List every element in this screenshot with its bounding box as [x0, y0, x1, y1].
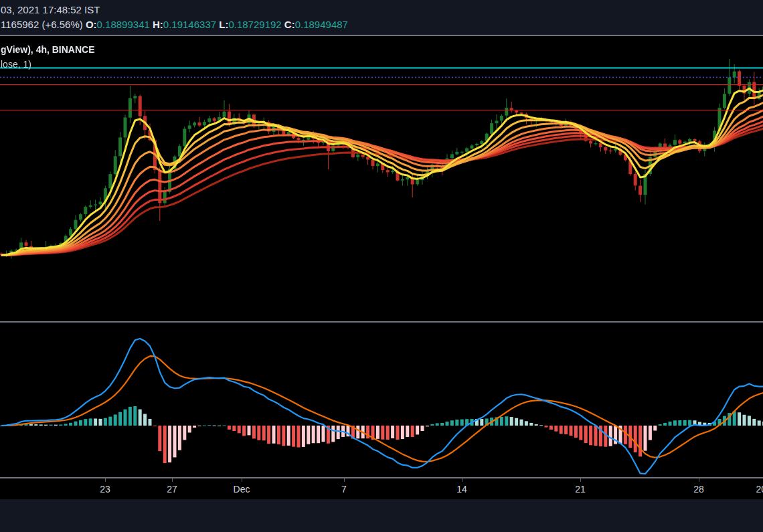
open-value: 0.18899341 [97, 19, 150, 30]
symbol-info-bar: 03, 2021 17:48:52 IST 1165962 (+6.56%) O… [0, 0, 763, 35]
time-axis-label: 27 [167, 484, 177, 495]
low-value: 0.18729192 [228, 19, 281, 30]
indicator-legend[interactable]: lose, 1) [1, 59, 31, 70]
time-axis-tick [699, 478, 699, 482]
time-axis-label: 23 [100, 484, 110, 495]
chart-datetime: 03, 2021 17:48:52 IST [1, 4, 100, 15]
time-axis-tick [172, 478, 173, 482]
tradingview-chart: 03, 2021 17:48:52 IST 1165962 (+6.56%) O… [0, 0, 763, 532]
main-price-pane[interactable] [0, 36, 763, 321]
time-axis-label: 2021 [756, 484, 763, 495]
time-axis-label: 14 [456, 484, 467, 495]
low-label: L: [219, 19, 228, 30]
time-axis-tick [105, 478, 106, 482]
time-axis-label: 7 [341, 484, 347, 495]
time-axis-label: 28 [693, 484, 704, 495]
symbol-legend[interactable]: gView), 4h, BINANCE [1, 44, 95, 55]
close-label: C: [284, 19, 295, 30]
time-axis-tick [344, 478, 345, 482]
time-axis-tick [242, 478, 242, 482]
open-label: O: [86, 19, 97, 30]
time-axis[interactable]: 2327Dec71421282021 [0, 478, 763, 499]
time-axis-tick [580, 478, 581, 482]
ohlc-readout: 1165962 (+6.56%) O:0.18899341 H:0.191463… [1, 19, 348, 30]
volume-change: 1165962 (+6.56%) [1, 19, 83, 30]
high-label: H: [153, 19, 163, 30]
time-axis-label: Dec [234, 484, 250, 495]
close-value: 0.18949487 [295, 19, 348, 30]
bottom-margin [0, 499, 763, 532]
time-axis-tick [462, 478, 462, 482]
time-axis-label: 21 [575, 484, 586, 495]
macd-pane[interactable] [0, 323, 763, 477]
high-value: 0.19146337 [163, 19, 216, 30]
